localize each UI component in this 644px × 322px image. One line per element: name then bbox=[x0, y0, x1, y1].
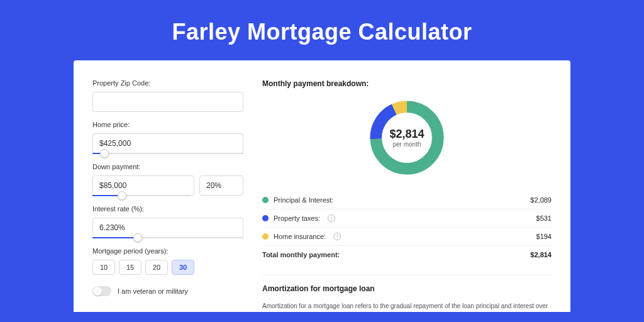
down-payment-field: Down payment: bbox=[92, 163, 243, 196]
legend-dot-icon bbox=[262, 215, 269, 221]
amortization-title: Amortization for mortgage loan bbox=[262, 284, 552, 293]
period-option-30[interactable]: 30 bbox=[172, 260, 194, 275]
down-payment-label: Down payment: bbox=[92, 163, 243, 170]
zip-input[interactable] bbox=[92, 92, 243, 112]
donut-sub: per month bbox=[392, 141, 421, 148]
amortization-text: Amortization for a mortgage loan refers … bbox=[262, 302, 552, 312]
donut-amount: $2,814 bbox=[389, 128, 424, 141]
down-payment-pct-input[interactable] bbox=[199, 175, 243, 196]
down-payment-slider[interactable] bbox=[92, 195, 191, 196]
legend-row-1: Property taxes:?$531 bbox=[262, 209, 552, 228]
donut-chart: $2,814 per month bbox=[366, 97, 448, 179]
mortgage-period-label: Mortgage period (years): bbox=[92, 247, 243, 255]
total-value: $2,814 bbox=[530, 251, 552, 258]
down-payment-input[interactable] bbox=[92, 175, 194, 196]
legend-row-2: Home insurance:?$194 bbox=[262, 228, 552, 246]
legend-label: Principal & Interest: bbox=[274, 196, 333, 204]
slider-thumb[interactable] bbox=[133, 233, 142, 242]
info-icon[interactable]: ? bbox=[333, 233, 341, 240]
legend-value: $2,089 bbox=[530, 196, 552, 204]
total-row: Total monthly payment: $2,814 bbox=[262, 246, 552, 264]
veteran-toggle[interactable] bbox=[92, 286, 111, 296]
toggle-knob bbox=[93, 287, 102, 296]
interest-rate-slider[interactable] bbox=[92, 237, 243, 238]
breakdown-title: Monthly payment breakdown: bbox=[262, 79, 552, 88]
donut-center: $2,814 per month bbox=[366, 97, 448, 179]
home-price-label: Home price: bbox=[92, 121, 243, 128]
form-panel: Property Zip Code: Home price: Down paym… bbox=[92, 79, 243, 312]
legend-value: $531 bbox=[536, 214, 552, 222]
period-option-20[interactable]: 20 bbox=[145, 260, 168, 275]
legend-dot-icon bbox=[262, 197, 269, 203]
calculator-card: Property Zip Code: Home price: Down paym… bbox=[74, 60, 570, 312]
divider bbox=[262, 275, 552, 275]
donut-chart-wrap: $2,814 per month bbox=[262, 97, 552, 179]
mortgage-period-field: Mortgage period (years): 10152030 bbox=[92, 247, 243, 275]
legend-row-0: Principal & Interest:$2,089 bbox=[262, 191, 552, 209]
home-price-input[interactable] bbox=[92, 133, 243, 153]
legend-value: $194 bbox=[536, 233, 552, 240]
interest-rate-label: Interest rate (%): bbox=[92, 205, 243, 213]
legend-dot-icon bbox=[262, 233, 269, 240]
period-option-15[interactable]: 15 bbox=[119, 260, 142, 275]
period-option-10[interactable]: 10 bbox=[92, 260, 115, 275]
zip-field: Property Zip Code: bbox=[92, 79, 243, 112]
interest-rate-field: Interest rate (%): bbox=[92, 205, 243, 238]
veteran-toggle-row: I am veteran or military bbox=[92, 286, 243, 296]
home-price-slider[interactable] bbox=[92, 153, 243, 154]
home-price-field: Home price: bbox=[92, 121, 243, 154]
info-icon[interactable]: ? bbox=[328, 214, 335, 222]
total-label: Total monthly payment: bbox=[262, 251, 340, 258]
veteran-label: I am veteran or military bbox=[118, 287, 188, 295]
slider-thumb[interactable] bbox=[118, 191, 126, 200]
zip-label: Property Zip Code: bbox=[92, 79, 243, 87]
page-title: Farley Mortgage Calculator bbox=[0, 0, 644, 60]
interest-rate-input[interactable] bbox=[92, 218, 243, 238]
legend-label: Home insurance: bbox=[274, 233, 326, 240]
breakdown-panel: Monthly payment breakdown: $2,814 per mo… bbox=[262, 79, 552, 312]
slider-thumb[interactable] bbox=[100, 149, 109, 158]
legend-label: Property taxes: bbox=[274, 214, 320, 222]
